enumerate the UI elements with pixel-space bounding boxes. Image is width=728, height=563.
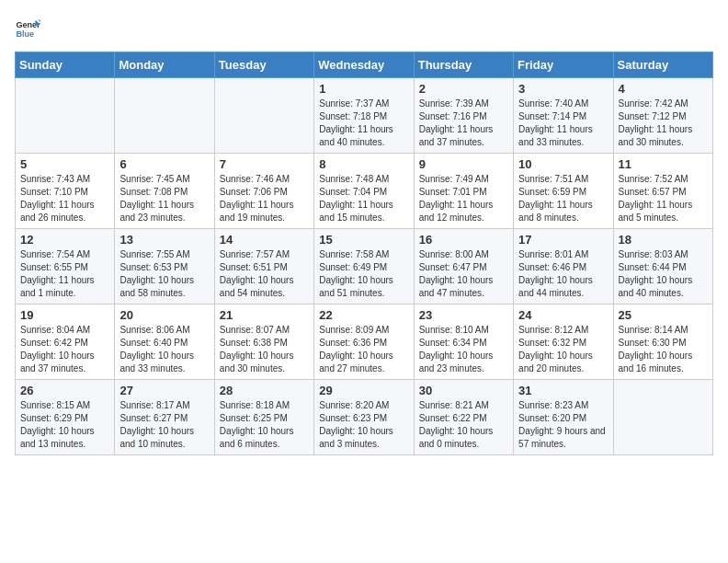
calendar-table: SundayMondayTuesdayWednesdayThursdayFrid… bbox=[15, 52, 713, 455]
day-number: 9 bbox=[419, 157, 508, 171]
logo-icon: General Blue bbox=[15, 15, 40, 40]
day-info: Sunrise: 7:58 AMSunset: 6:49 PMDaylight:… bbox=[319, 248, 408, 300]
week-row-4: 19Sunrise: 8:04 AMSunset: 6:42 PMDayligh… bbox=[16, 304, 713, 380]
day-number: 19 bbox=[20, 308, 109, 322]
day-number: 21 bbox=[220, 308, 309, 322]
day-info: Sunrise: 7:39 AMSunset: 7:16 PMDaylight:… bbox=[419, 98, 508, 149]
day-cell-2: 2Sunrise: 7:39 AMSunset: 7:16 PMDaylight… bbox=[414, 78, 513, 154]
day-info: Sunrise: 8:20 AMSunset: 6:23 PMDaylight:… bbox=[319, 399, 408, 451]
day-cell-9: 9Sunrise: 7:49 AMSunset: 7:01 PMDaylight… bbox=[414, 154, 513, 229]
day-cell-22: 22Sunrise: 8:09 AMSunset: 6:36 PMDayligh… bbox=[314, 304, 414, 380]
day-info: Sunrise: 8:01 AMSunset: 6:46 PMDaylight:… bbox=[518, 248, 608, 300]
day-info: Sunrise: 8:21 AMSunset: 6:22 PMDaylight:… bbox=[419, 399, 508, 451]
day-cell-6: 6Sunrise: 7:45 AMSunset: 7:08 PMDaylight… bbox=[115, 154, 214, 229]
day-cell-16: 16Sunrise: 8:00 AMSunset: 6:47 PMDayligh… bbox=[414, 229, 513, 304]
day-cell-13: 13Sunrise: 7:55 AMSunset: 6:53 PMDayligh… bbox=[115, 229, 214, 304]
day-info: Sunrise: 8:04 AMSunset: 6:42 PMDaylight:… bbox=[20, 324, 109, 375]
day-cell-15: 15Sunrise: 7:58 AMSunset: 6:49 PMDayligh… bbox=[314, 229, 414, 304]
day-number: 29 bbox=[319, 384, 408, 397]
weekday-header-tuesday: Tuesday bbox=[214, 52, 313, 78]
day-number: 25 bbox=[619, 308, 708, 322]
day-cell-14: 14Sunrise: 7:57 AMSunset: 6:51 PMDayligh… bbox=[214, 229, 313, 304]
weekday-header-wednesday: Wednesday bbox=[314, 52, 414, 78]
day-cell-27: 27Sunrise: 8:17 AMSunset: 6:27 PMDayligh… bbox=[115, 380, 214, 455]
day-info: Sunrise: 8:23 AMSunset: 6:20 PMDaylight:… bbox=[518, 399, 608, 451]
day-number: 26 bbox=[20, 384, 109, 397]
day-number: 17 bbox=[518, 233, 608, 247]
day-info: Sunrise: 8:00 AMSunset: 6:47 PMDaylight:… bbox=[419, 248, 508, 300]
day-cell-19: 19Sunrise: 8:04 AMSunset: 6:42 PMDayligh… bbox=[16, 304, 115, 380]
day-info: Sunrise: 8:06 AMSunset: 6:40 PMDaylight:… bbox=[119, 324, 209, 375]
day-number: 13 bbox=[119, 233, 209, 247]
logo: General Blue bbox=[15, 15, 40, 40]
day-info: Sunrise: 7:45 AMSunset: 7:08 PMDaylight:… bbox=[119, 173, 209, 224]
weekday-header-friday: Friday bbox=[514, 52, 613, 78]
day-info: Sunrise: 7:46 AMSunset: 7:06 PMDaylight:… bbox=[220, 173, 309, 224]
day-cell-1: 1Sunrise: 7:37 AMSunset: 7:18 PMDaylight… bbox=[314, 78, 414, 154]
day-info: Sunrise: 8:15 AMSunset: 6:29 PMDaylight:… bbox=[20, 399, 109, 451]
day-cell-12: 12Sunrise: 7:54 AMSunset: 6:55 PMDayligh… bbox=[16, 229, 115, 304]
day-info: Sunrise: 7:43 AMSunset: 7:10 PMDaylight:… bbox=[20, 173, 109, 224]
day-info: Sunrise: 8:03 AMSunset: 6:44 PMDaylight:… bbox=[619, 248, 708, 300]
day-info: Sunrise: 8:12 AMSunset: 6:32 PMDaylight:… bbox=[518, 324, 608, 375]
day-info: Sunrise: 8:18 AMSunset: 6:25 PMDaylight:… bbox=[220, 399, 309, 451]
day-number: 3 bbox=[518, 82, 608, 96]
day-info: Sunrise: 7:55 AMSunset: 6:53 PMDaylight:… bbox=[119, 248, 209, 300]
day-info: Sunrise: 8:09 AMSunset: 6:36 PMDaylight:… bbox=[319, 324, 408, 375]
week-row-2: 5Sunrise: 7:43 AMSunset: 7:10 PMDaylight… bbox=[16, 154, 713, 229]
empty-cell bbox=[115, 78, 214, 154]
day-number: 11 bbox=[619, 157, 708, 171]
day-cell-4: 4Sunrise: 7:42 AMSunset: 7:12 PMDaylight… bbox=[613, 78, 712, 154]
empty-cell bbox=[16, 78, 115, 154]
day-number: 20 bbox=[119, 308, 209, 322]
day-cell-30: 30Sunrise: 8:21 AMSunset: 6:22 PMDayligh… bbox=[414, 380, 513, 455]
day-number: 18 bbox=[619, 233, 708, 247]
page-header: General Blue bbox=[15, 15, 713, 40]
day-number: 23 bbox=[419, 308, 508, 322]
day-cell-23: 23Sunrise: 8:10 AMSunset: 6:34 PMDayligh… bbox=[414, 304, 513, 380]
day-number: 15 bbox=[319, 233, 408, 247]
day-info: Sunrise: 7:37 AMSunset: 7:18 PMDaylight:… bbox=[319, 98, 408, 149]
day-number: 4 bbox=[619, 82, 708, 96]
day-cell-26: 26Sunrise: 8:15 AMSunset: 6:29 PMDayligh… bbox=[16, 380, 115, 455]
empty-cell bbox=[613, 380, 712, 455]
day-cell-8: 8Sunrise: 7:48 AMSunset: 7:04 PMDaylight… bbox=[314, 154, 414, 229]
day-number: 31 bbox=[518, 384, 608, 397]
day-number: 22 bbox=[319, 308, 408, 322]
day-number: 1 bbox=[319, 82, 408, 96]
day-cell-21: 21Sunrise: 8:07 AMSunset: 6:38 PMDayligh… bbox=[214, 304, 313, 380]
day-number: 16 bbox=[419, 233, 508, 247]
day-number: 30 bbox=[419, 384, 508, 397]
day-cell-28: 28Sunrise: 8:18 AMSunset: 6:25 PMDayligh… bbox=[214, 380, 313, 455]
day-cell-29: 29Sunrise: 8:20 AMSunset: 6:23 PMDayligh… bbox=[314, 380, 414, 455]
day-cell-20: 20Sunrise: 8:06 AMSunset: 6:40 PMDayligh… bbox=[115, 304, 214, 380]
day-number: 24 bbox=[518, 308, 608, 322]
day-info: Sunrise: 7:49 AMSunset: 7:01 PMDaylight:… bbox=[419, 173, 508, 224]
day-number: 12 bbox=[20, 233, 109, 247]
day-number: 10 bbox=[518, 157, 608, 171]
weekday-header-sunday: Sunday bbox=[16, 52, 115, 78]
day-number: 14 bbox=[220, 233, 309, 247]
day-number: 2 bbox=[419, 82, 508, 96]
week-row-3: 12Sunrise: 7:54 AMSunset: 6:55 PMDayligh… bbox=[16, 229, 713, 304]
day-number: 5 bbox=[20, 157, 109, 171]
day-info: Sunrise: 7:57 AMSunset: 6:51 PMDaylight:… bbox=[220, 248, 309, 300]
day-info: Sunrise: 8:14 AMSunset: 6:30 PMDaylight:… bbox=[619, 324, 708, 375]
day-cell-11: 11Sunrise: 7:52 AMSunset: 6:57 PMDayligh… bbox=[613, 154, 712, 229]
day-info: Sunrise: 7:52 AMSunset: 6:57 PMDaylight:… bbox=[619, 173, 708, 224]
day-info: Sunrise: 8:07 AMSunset: 6:38 PMDaylight:… bbox=[220, 324, 309, 375]
weekday-header-saturday: Saturday bbox=[613, 52, 712, 78]
day-cell-25: 25Sunrise: 8:14 AMSunset: 6:30 PMDayligh… bbox=[613, 304, 712, 380]
day-cell-17: 17Sunrise: 8:01 AMSunset: 6:46 PMDayligh… bbox=[514, 229, 613, 304]
day-info: Sunrise: 7:42 AMSunset: 7:12 PMDaylight:… bbox=[619, 98, 708, 149]
day-info: Sunrise: 8:17 AMSunset: 6:27 PMDaylight:… bbox=[119, 399, 209, 451]
day-info: Sunrise: 8:10 AMSunset: 6:34 PMDaylight:… bbox=[419, 324, 508, 375]
day-number: 7 bbox=[220, 157, 309, 171]
day-info: Sunrise: 7:54 AMSunset: 6:55 PMDaylight:… bbox=[20, 248, 109, 300]
day-cell-10: 10Sunrise: 7:51 AMSunset: 6:59 PMDayligh… bbox=[514, 154, 613, 229]
weekday-header-row: SundayMondayTuesdayWednesdayThursdayFrid… bbox=[16, 52, 713, 78]
day-number: 28 bbox=[220, 384, 309, 397]
day-number: 8 bbox=[319, 157, 408, 171]
day-number: 6 bbox=[119, 157, 209, 171]
week-row-5: 26Sunrise: 8:15 AMSunset: 6:29 PMDayligh… bbox=[16, 380, 713, 455]
